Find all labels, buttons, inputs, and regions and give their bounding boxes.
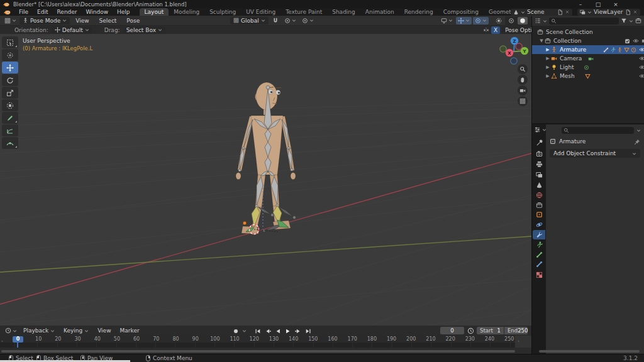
props-tab-object-constraints[interactable] — [533, 230, 545, 239]
collection-checkbox-icon[interactable] — [625, 38, 630, 44]
tool-move[interactable] — [2, 62, 18, 74]
props-tab-object-data[interactable] — [533, 240, 545, 250]
play-reverse-button[interactable] — [274, 327, 282, 335]
tool-scale[interactable] — [2, 87, 18, 99]
hide-eye-icon[interactable] — [639, 47, 644, 53]
unlink-scene-icon[interactable] — [565, 9, 570, 14]
tool-pose-breakdowner[interactable] — [2, 137, 18, 149]
timeline-menu-keying[interactable]: Keying — [59, 327, 93, 334]
props-tab-view-layer[interactable] — [533, 170, 545, 180]
workspace-tab-animation[interactable]: Animation — [360, 8, 399, 16]
props-tab-render[interactable] — [533, 149, 545, 158]
new-collection-icon[interactable] — [635, 18, 641, 24]
view-layer-selector[interactable]: ViewLayer — [577, 9, 640, 16]
drag-mode-dropdown[interactable]: Select Box — [123, 26, 165, 34]
new-view-layer-icon[interactable] — [625, 9, 631, 15]
outliner-row-armature[interactable]: ▶ Armature — [532, 45, 644, 54]
timeline-menu-view[interactable]: View — [93, 327, 115, 334]
viewport-3d-canvas[interactable] — [0, 34, 531, 326]
region-expand-arrow[interactable]: › — [1, 339, 3, 344]
outliner-row-scene-collection[interactable]: Scene Collection — [532, 28, 644, 36]
props-tab-physics[interactable] — [533, 220, 545, 229]
hide-eye-icon[interactable] — [639, 73, 644, 79]
timeline-track-area[interactable] — [0, 343, 515, 348]
navigation-gizmo[interactable]: Z Y X — [499, 35, 531, 67]
mode-dropdown[interactable]: Pose Mode — [19, 17, 70, 25]
viewport-menu-view[interactable]: View — [71, 18, 93, 24]
show-object-types-dropdown[interactable] — [439, 17, 455, 25]
outliner-row-mesh[interactable]: ▶ Mesh — [532, 72, 644, 80]
timeline-scrollbar[interactable] — [1, 350, 515, 353]
expand-caret-icon[interactable]: ▶ — [545, 65, 551, 70]
maximize-button[interactable]: □ — [590, 0, 606, 8]
remove-view-layer-icon[interactable] — [633, 9, 638, 14]
outliner-display-mode-icon[interactable] — [535, 18, 541, 24]
shading-solid-button[interactable] — [518, 17, 528, 25]
frame-end-field[interactable]: End 250 — [504, 327, 528, 334]
workspace-tab-sculpting[interactable]: Sculpting — [204, 8, 241, 16]
timeline-editor-type-dropdown[interactable] — [3, 327, 19, 334]
outliner-search-input[interactable] — [549, 18, 619, 25]
perspective-toggle-button[interactable] — [518, 96, 528, 106]
current-frame-field[interactable]: 0 — [440, 327, 464, 334]
jump-to-start-button[interactable] — [254, 327, 262, 335]
show-gizmo-dropdown[interactable] — [456, 17, 472, 25]
chevron-down-icon[interactable] — [242, 329, 247, 333]
workspace-tab-layout[interactable]: Layout — [140, 8, 169, 16]
timeline-menu-playback[interactable]: Playback — [19, 327, 59, 334]
use-preview-range-button[interactable] — [467, 327, 474, 334]
workspace-tab-texture-paint[interactable]: Texture Paint — [280, 8, 327, 16]
menu-file[interactable]: File — [14, 8, 33, 16]
toggle-xray-button[interactable] — [494, 17, 504, 25]
playhead-line[interactable] — [17, 342, 18, 348]
menu-window[interactable]: Window — [82, 8, 113, 16]
menu-help[interactable]: Help — [113, 8, 135, 16]
outliner-row-camera[interactable]: ▶ Camera — [532, 54, 644, 63]
proportional-edit-dropdown[interactable] — [300, 17, 316, 25]
properties-scrollbar[interactable] — [539, 350, 640, 353]
minimize-button[interactable]: – — [572, 0, 589, 8]
workspace-tab-uv-editing[interactable]: UV Editing — [241, 8, 280, 16]
editor-type-dropdown[interactable] — [3, 17, 18, 25]
gizmo-z-neg-axis[interactable] — [511, 58, 517, 64]
props-tab-tool[interactable] — [533, 138, 545, 148]
workspace-tab-compositing[interactable]: Compositing — [438, 8, 484, 16]
workspace-tab-rendering[interactable]: Rendering — [399, 8, 438, 16]
outliner-row-collection[interactable]: ▼ Collection — [532, 36, 644, 45]
expand-caret-icon[interactable]: ▶ — [545, 56, 551, 61]
pan-view-button[interactable] — [518, 75, 528, 85]
close-button[interactable]: × — [608, 0, 624, 8]
props-tab-collection[interactable] — [533, 200, 545, 210]
workspace-tab-shading[interactable]: Shading — [327, 8, 360, 16]
blender-menu-icon[interactable] — [0, 8, 14, 16]
object-origin-dot[interactable] — [243, 221, 247, 225]
viewport-menu-pose[interactable]: Pose — [122, 18, 144, 24]
transform-orientation-dropdown[interactable]: Global — [230, 17, 269, 25]
new-scene-icon[interactable] — [557, 9, 563, 15]
expand-caret-icon[interactable]: ▶ — [545, 47, 551, 52]
timeline-menu-marker[interactable]: Marker — [116, 327, 144, 334]
props-tab-scene[interactable] — [533, 180, 545, 190]
props-tab-bone[interactable] — [533, 250, 545, 260]
scene-selector[interactable]: Scene — [511, 9, 572, 16]
play-button[interactable] — [284, 327, 292, 335]
shading-wireframe-button[interactable] — [506, 17, 516, 25]
snap-settings-dropdown[interactable] — [282, 17, 298, 25]
hide-eye-icon[interactable] — [639, 64, 644, 70]
snap-toggle[interactable] — [270, 17, 280, 25]
filter-icon[interactable] — [621, 18, 627, 24]
menu-edit[interactable]: Edit — [33, 8, 52, 16]
menu-render[interactable]: Render — [53, 8, 82, 16]
chevron-down-icon[interactable] — [629, 19, 633, 23]
props-tab-output[interactable] — [533, 160, 545, 169]
pin-icon[interactable] — [634, 139, 640, 145]
expand-caret-icon[interactable]: ▶ — [545, 74, 551, 79]
frame-start-field[interactable]: Start 1 — [477, 327, 504, 334]
tool-cursor[interactable] — [2, 49, 18, 61]
props-tab-world[interactable] — [533, 190, 545, 200]
tool-annotate[interactable] — [2, 112, 18, 124]
jump-to-end-button[interactable] — [304, 327, 312, 335]
tool-rotate[interactable] — [2, 74, 18, 86]
tool-transform[interactable] — [2, 99, 18, 111]
orientation-default-dropdown[interactable]: Default — [52, 26, 92, 34]
